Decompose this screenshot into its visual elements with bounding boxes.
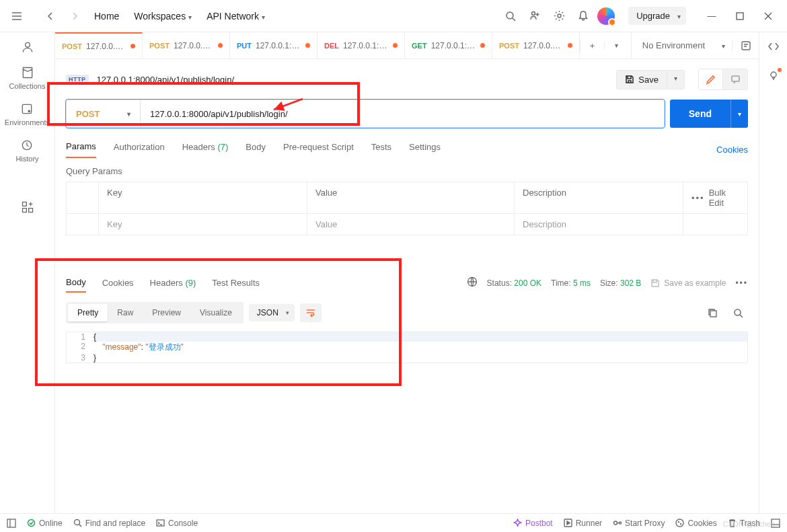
view-pretty[interactable]: Pretty — [68, 304, 108, 321]
hamburger-icon[interactable] — [7, 6, 27, 26]
network-icon[interactable] — [467, 276, 478, 289]
edit-icon[interactable] — [699, 69, 723, 89]
start-proxy[interactable]: Start Proxy — [613, 519, 665, 528]
minimize-icon[interactable]: ― — [700, 6, 724, 26]
svg-point-16 — [771, 72, 776, 77]
nav-api-network[interactable]: API Network▾ — [201, 7, 270, 26]
save-button[interactable]: Save — [616, 70, 667, 89]
svg-point-23 — [620, 522, 622, 524]
resp-tab-cookies[interactable]: Cookies — [102, 274, 134, 292]
tab-authorization[interactable]: Authorization — [114, 142, 165, 157]
lightbulb-icon[interactable] — [767, 69, 780, 83]
response-status: Status: 200 OK — [487, 278, 541, 288]
console[interactable]: Console — [156, 519, 198, 528]
settings-icon[interactable] — [549, 6, 569, 26]
cookies-footer[interactable]: Cookies — [675, 519, 716, 528]
http-method-selector[interactable]: POST▾ — [67, 100, 141, 127]
svg-rect-27 — [772, 519, 780, 527]
response-view-bar: Pretty Raw Preview Visualize JSON▾ — [55, 293, 759, 329]
account-avatar[interactable] — [597, 7, 615, 25]
http-badge: HTTP — [66, 75, 89, 84]
view-preview[interactable]: Preview — [143, 304, 190, 321]
upgrade-button[interactable]: Upgrade▾ — [628, 7, 686, 25]
request-tab[interactable]: PUT127.0.0.1:8000 — [230, 32, 317, 59]
close-window-icon[interactable] — [756, 6, 780, 26]
sidebar-item-widgets[interactable] — [21, 200, 34, 214]
sidebar-item-history[interactable]: History — [15, 139, 38, 163]
search-icon[interactable] — [500, 6, 521, 26]
tab-params[interactable]: Params — [66, 141, 96, 158]
svg-rect-17 — [7, 519, 15, 527]
request-tabs-bar: POST127.0.0.1:800POST127.0.0.1:800PUT127… — [55, 32, 759, 59]
trash[interactable]: Trash — [728, 519, 760, 528]
response-more-icon[interactable]: ••• — [735, 278, 748, 288]
url-input[interactable] — [141, 100, 664, 127]
back-icon[interactable] — [40, 6, 61, 26]
sidebar-item-environments[interactable]: Environments — [5, 102, 50, 126]
maximize-icon[interactable] — [728, 6, 752, 26]
tab-tests[interactable]: Tests — [371, 142, 391, 157]
col-key: Key — [99, 182, 307, 213]
postbot[interactable]: Postbot — [513, 519, 553, 528]
bell-icon[interactable] — [573, 6, 593, 26]
param-row-empty[interactable]: Key Value Description — [67, 214, 747, 235]
status-bar: Online Find and replace Console Postbot … — [0, 513, 787, 532]
request-subtabs: Params Authorization Headers (7) Body Pr… — [55, 128, 759, 158]
send-button[interactable]: Send — [670, 100, 730, 128]
view-raw[interactable]: Raw — [108, 304, 143, 321]
resp-tab-headers[interactable]: Headers (9) — [150, 274, 196, 292]
request-tab[interactable]: DEL127.0.0.1:8000 — [317, 32, 405, 59]
svg-point-0 — [507, 12, 513, 19]
request-tab[interactable]: POST127.0.0.1:800 — [492, 32, 580, 59]
view-visualize[interactable]: Visualize — [190, 304, 241, 321]
cookies-link[interactable]: Cookies — [716, 145, 748, 155]
tab-headers[interactable]: Headers (7) — [182, 142, 229, 157]
runner[interactable]: Runner — [564, 519, 602, 528]
search-response-icon[interactable] — [728, 303, 748, 322]
request-tab[interactable]: POST127.0.0.1:800 — [55, 32, 143, 59]
app-toolbar: Home Workspaces▾ API Network▾ Upgrade▾ ― — [0, 0, 787, 32]
copy-response-icon[interactable] — [702, 303, 722, 322]
online-status[interactable]: Online — [27, 519, 63, 528]
format-selector[interactable]: JSON▾ — [249, 304, 295, 321]
response-time: Time: 5 ms — [551, 278, 591, 288]
tab-body[interactable]: Body — [246, 142, 266, 157]
request-tab[interactable]: GET127.0.0.1:8000 — [405, 32, 492, 59]
forward-icon — [65, 6, 85, 26]
view-mode-segmented[interactable]: Pretty Raw Preview Visualize — [66, 302, 243, 324]
svg-rect-14 — [710, 311, 716, 317]
save-options-chevron[interactable]: ▾ — [667, 70, 685, 89]
left-sidebar: Collections Environments History — [0, 32, 55, 513]
col-options-icon[interactable]: ••• — [691, 193, 705, 203]
environment-details-icon[interactable] — [732, 40, 759, 51]
svg-point-25 — [679, 522, 679, 523]
request-tab[interactable]: POST127.0.0.1:800 — [143, 32, 230, 59]
send-options-chevron[interactable]: ▾ — [730, 100, 748, 128]
bulk-edit-link[interactable]: Bulk Edit — [709, 188, 739, 208]
tab-prerequest[interactable]: Pre-request Script — [283, 142, 354, 157]
wrap-lines-icon[interactable] — [300, 303, 322, 322]
svg-rect-11 — [742, 42, 750, 50]
svg-point-1 — [531, 12, 535, 15]
svg-point-24 — [676, 519, 683, 527]
response-body-code[interactable]: 1{2 "message": "登录成功"3} — [66, 332, 748, 363]
svg-rect-8 — [22, 202, 26, 206]
svg-point-6 — [29, 110, 31, 112]
resp-tab-tests[interactable]: Test Results — [212, 274, 260, 292]
code-snippet-icon[interactable] — [767, 40, 780, 54]
tab-settings[interactable]: Settings — [409, 142, 441, 157]
sidebar-item-account[interactable] — [21, 40, 34, 54]
sidebar-toggle-icon[interactable] — [7, 519, 16, 528]
invite-icon[interactable] — [525, 6, 545, 26]
col-description: Description — [515, 182, 683, 213]
nav-home[interactable]: Home — [89, 7, 124, 26]
nav-workspaces[interactable]: Workspaces▾ — [128, 7, 197, 26]
comments-icon[interactable] — [723, 69, 747, 89]
tabs-overflow-chevron-icon[interactable]: ▾ — [604, 42, 628, 49]
panes-icon[interactable] — [771, 519, 780, 528]
environment-selector[interactable]: No Environment▾ — [632, 32, 732, 59]
find-replace[interactable]: Find and replace — [73, 519, 145, 528]
new-tab-plus-icon[interactable]: ＋ — [580, 40, 604, 52]
sidebar-item-collections[interactable]: Collections — [9, 66, 46, 90]
resp-tab-body[interactable]: Body — [66, 273, 86, 293]
